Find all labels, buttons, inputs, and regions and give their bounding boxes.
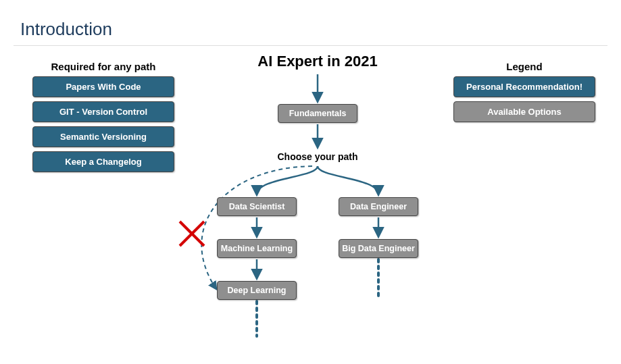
choose-your-path-label: Choose your path [250, 151, 385, 162]
node-machine-learning[interactable]: Machine Learning [217, 239, 297, 258]
required-item-git[interactable]: GIT - Version Control [32, 101, 174, 122]
required-item-semver[interactable]: Semantic Versioning [32, 126, 174, 147]
divider [14, 45, 607, 46]
legend-recommended: Personal Recommendation! [453, 76, 595, 97]
node-fundamentals[interactable]: Fundamentals [278, 104, 357, 123]
cross-icon [177, 219, 207, 249]
required-item-papers-with-code[interactable]: Papers With Code [32, 76, 174, 97]
diagram-title: AI Expert in 2021 [162, 53, 473, 70]
required-item-changelog[interactable]: Keep a Changelog [32, 151, 174, 172]
required-panel: Required for any path Papers With Code G… [26, 61, 181, 176]
node-data-engineer[interactable]: Data Engineer [339, 197, 418, 216]
node-deep-learning[interactable]: Deep Learning [217, 281, 297, 300]
required-heading: Required for any path [26, 61, 181, 72]
roadmap-diagram: AI Expert in 2021 Fundamentals Choose yo… [162, 53, 473, 363]
node-data-scientist[interactable]: Data Scientist [217, 197, 297, 216]
legend-available: Available Options [453, 101, 595, 122]
page-title: Introduction [20, 19, 621, 40]
node-big-data-engineer[interactable]: Big Data Engineer [339, 239, 418, 258]
